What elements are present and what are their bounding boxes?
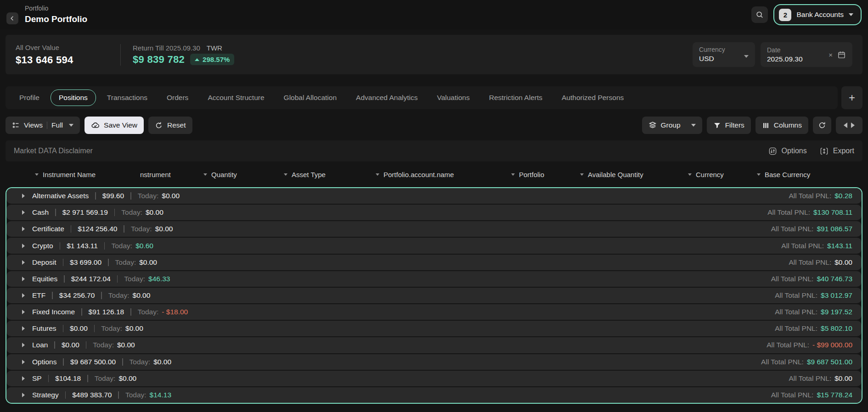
expand-chevron-icon[interactable] (22, 210, 25, 215)
expand-chevron-icon[interactable] (22, 326, 25, 331)
pnl-label: All Total PNL: (767, 341, 809, 349)
expand-chevron-icon[interactable] (22, 227, 25, 231)
today-label: Today: (111, 242, 132, 250)
column-header[interactable]: Quantity (203, 171, 284, 178)
expand-chevron-icon[interactable] (22, 244, 25, 248)
column-menu-icon[interactable] (376, 173, 379, 176)
column-menu-icon[interactable] (284, 173, 287, 176)
expand-chevron-icon[interactable] (22, 343, 25, 347)
filter-funnel-icon (713, 122, 721, 129)
next-page-icon[interactable] (851, 122, 855, 128)
column-header[interactable]: Instrument Name (35, 171, 132, 178)
table-row[interactable]: Options $9 687 500.00 Today: $0.00 All T… (6, 354, 862, 370)
pnl-label: All Total PNL: (761, 358, 804, 366)
divider (55, 209, 56, 216)
divider (130, 192, 131, 200)
table-row[interactable]: Cash $2 971 569.19 Today: $0.00 All Tota… (6, 205, 862, 220)
table-row[interactable]: Certificate $124 256.40 Today: $0.00 All… (6, 221, 862, 237)
views-list-icon (12, 122, 20, 129)
tab-valuations[interactable]: Valuations (428, 89, 478, 106)
tab-profile[interactable]: Profile (11, 89, 48, 106)
search-button[interactable] (751, 6, 768, 23)
expand-chevron-icon[interactable] (22, 277, 25, 281)
expand-chevron-icon[interactable] (22, 376, 25, 381)
table-row[interactable]: ETF $34 256.70 Today: $0.00 All Total PN… (6, 288, 862, 303)
table-row[interactable]: Futures $0.00 Today: $0.00 All Total PNL… (6, 321, 862, 336)
save-view-button[interactable]: Save View (85, 117, 144, 134)
column-menu-icon[interactable] (35, 173, 39, 176)
divider (95, 192, 96, 200)
group-selector[interactable]: Group (642, 117, 702, 134)
pager-buttons[interactable] (836, 117, 862, 134)
group-today-value: $0.00 (153, 358, 171, 366)
expand-chevron-icon[interactable] (22, 260, 25, 265)
views-selector[interactable]: Views Full (6, 117, 80, 134)
expand-chevron-icon[interactable] (22, 194, 25, 198)
filters-button[interactable]: Filters (707, 117, 751, 134)
divider (104, 242, 105, 250)
calendar-icon[interactable] (837, 50, 846, 59)
tabs-bar: Profile Positions Transactions Orders Ac… (6, 86, 838, 109)
tab-orders[interactable]: Orders (158, 89, 197, 106)
table-row[interactable]: Crypto $1 143.11 Today: $0.60 All Total … (6, 238, 862, 253)
column-header[interactable]: Available Quantity (580, 171, 688, 178)
clear-date-icon[interactable]: × (829, 51, 833, 58)
market-data-disclaimer[interactable]: Market DATA Disclaimer (14, 147, 93, 155)
column-menu-icon[interactable] (580, 173, 584, 176)
column-menu-icon[interactable] (688, 173, 692, 176)
save-view-label: Save View (104, 121, 137, 129)
group-name: Certificate (32, 225, 64, 233)
refresh-button[interactable] (813, 117, 831, 134)
tab-transactions[interactable]: Transactions (99, 89, 156, 106)
prev-page-icon[interactable] (844, 122, 847, 128)
divider (63, 358, 64, 366)
column-menu-icon[interactable] (511, 173, 515, 176)
tab-advanced-analytics[interactable]: Advanced Analytics (348, 89, 426, 106)
tab-restriction-alerts[interactable]: Restriction Alerts (481, 89, 551, 106)
group-pnl-value: $91 086.57 (817, 225, 852, 233)
back-button[interactable] (6, 12, 18, 24)
expand-chevron-icon[interactable] (22, 293, 25, 298)
options-button[interactable]: Options (768, 147, 807, 156)
column-header[interactable]: Portfolio.account.name (376, 171, 511, 178)
pnl-label: All Total PNL: (789, 258, 831, 267)
expand-chevron-icon[interactable] (22, 360, 25, 364)
table-row[interactable]: Fixed Income $91 126.18 Today: - $18.00 … (6, 304, 862, 320)
reset-button[interactable]: Reset (148, 117, 192, 134)
column-menu-icon[interactable] (757, 173, 761, 176)
divider (54, 341, 55, 349)
tab-account-structure[interactable]: Account Structure (199, 89, 272, 106)
group-pnl-value: $5 802.10 (821, 324, 852, 333)
group-value: $9 687 500.00 (70, 358, 116, 366)
bank-accounts-selector[interactable]: 2 Bank Accounts (773, 4, 862, 25)
columns-button[interactable]: Columns (755, 117, 808, 134)
export-button[interactable]: Export (820, 147, 854, 156)
table-row[interactable]: Deposit $3 699.00 Today: $0.00 All Total… (6, 255, 862, 270)
tab-positions[interactable]: Positions (51, 89, 96, 106)
table-row[interactable]: Alternative Assets $99.60 Today: $0.00 A… (6, 188, 862, 204)
column-header[interactable]: Asset Type (284, 171, 376, 178)
table-row[interactable]: Loan $0.00 Today: $0.00 All Total PNL: -… (6, 337, 862, 353)
table-row[interactable]: Strategy $489 383.70 Today: $14.13 All T… (6, 387, 862, 403)
expand-chevron-icon[interactable] (22, 393, 25, 397)
column-header[interactable]: Base Currency (757, 171, 862, 178)
group-pnl-value: $9 687 501.00 (807, 358, 852, 366)
group-pnl-value: $40 746.73 (817, 275, 852, 283)
column-menu-icon[interactable] (203, 173, 207, 176)
date-picker[interactable]: Date 2025.09.30 × (761, 42, 852, 67)
group-label: Group (661, 121, 681, 129)
column-header[interactable]: nstrument (132, 171, 203, 178)
expand-chevron-icon[interactable] (22, 310, 25, 314)
add-tab-button[interactable]: + (841, 86, 862, 109)
pnl-label: All Total PNL: (775, 324, 817, 333)
tab-authorized-persons[interactable]: Authorized Persons (553, 89, 632, 106)
currency-selector[interactable]: Currency USD (693, 42, 755, 67)
divider (63, 259, 64, 266)
table-row[interactable]: SP $104.18 Today: $0.00 All Total PNL: $… (6, 371, 862, 386)
tab-global-allocation[interactable]: Global Allocation (276, 89, 345, 106)
table-row[interactable]: Equities $244 172.04 Today: $46.33 All T… (6, 271, 862, 287)
column-header[interactable]: Portfolio (511, 171, 580, 178)
all-over-value: $13 646 594 (16, 54, 120, 66)
divider (130, 308, 131, 316)
column-header[interactable]: Currency (688, 171, 757, 178)
